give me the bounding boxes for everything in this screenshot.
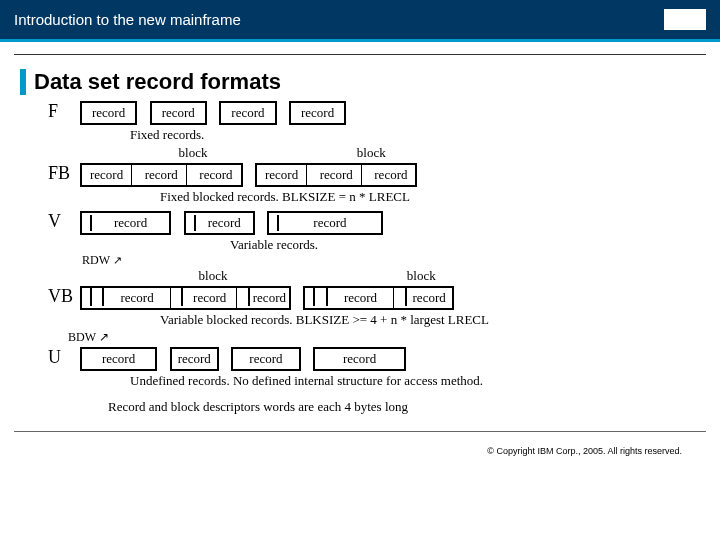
record-cell: record [82, 165, 132, 185]
vb-record: record [242, 288, 289, 308]
vb-block: record record [303, 286, 453, 310]
record-cell: record [137, 165, 187, 185]
copyright: © Copyright IBM Corp., 2005. All rights … [14, 431, 706, 456]
fb-row: FB record record record record record re… [20, 163, 700, 187]
u-row: U record record record record [20, 347, 700, 371]
rdw-label: RDW ↗ [82, 253, 700, 268]
vb-block: record record record [80, 286, 291, 310]
undefined-record: record [80, 347, 157, 371]
bdw-field [82, 288, 92, 306]
slide-title: Data set record formats [20, 69, 700, 95]
fb-diagram: record record record record record recor… [80, 163, 700, 187]
slide-content: Data set record formats F record record … [0, 55, 720, 415]
bdw-field [305, 288, 315, 306]
block-box: record record record [255, 163, 418, 187]
rdw-field [96, 288, 104, 306]
record-cell: record [191, 165, 240, 185]
caption-variable: Variable records. [230, 237, 700, 253]
record-box: record [219, 101, 276, 125]
f-diagram: record record record record [80, 101, 700, 125]
undefined-record: record [313, 347, 406, 371]
rdw-field [399, 288, 407, 306]
rdw-field [269, 215, 279, 231]
record-cell: record [257, 165, 307, 185]
descriptor-note: Record and block descriptors words are e… [108, 399, 700, 415]
vb-record: record [96, 288, 170, 308]
rdw-field [242, 288, 250, 306]
vb-diagram: record record record record record [80, 286, 700, 310]
vb-record: record [320, 288, 394, 308]
record-box: record [289, 101, 346, 125]
label-f: F [20, 101, 80, 122]
caption-fixed: Fixed records. [130, 127, 700, 143]
record-box: record [150, 101, 207, 125]
caption-undefined: Undefined records. No defined internal s… [130, 373, 700, 389]
arrow-icon: ↗ [110, 254, 122, 266]
rdw-field [82, 215, 92, 231]
vb-block-labels: block block [108, 268, 700, 284]
rdw-field [175, 288, 183, 306]
rdw-field [186, 215, 196, 231]
caption-fixed-blocked: Fixed blocked records. BLKSIZE = n * LRE… [160, 189, 700, 205]
fb-block-labels: block block [108, 145, 700, 161]
vb-record: record [175, 288, 237, 308]
label-fb: FB [20, 163, 80, 184]
ibm-logo: IBM [664, 9, 706, 30]
f-row: F record record record record [20, 101, 700, 125]
rdw-field [320, 288, 328, 306]
v-diagram: record record record [80, 211, 700, 235]
bdw-label: BDW ↗ [68, 330, 700, 345]
label-v: V [20, 211, 80, 232]
record-cell: record [312, 165, 362, 185]
variable-record: record [80, 211, 171, 235]
label-vb: VB [20, 286, 80, 307]
header-title: Introduction to the new mainframe [14, 11, 241, 28]
label-u: U [20, 347, 80, 368]
undefined-record: record [170, 347, 219, 371]
caption-variable-blocked: Variable blocked records. BLKSIZE >= 4 +… [160, 312, 700, 328]
record-cell: record [366, 165, 415, 185]
header-bar: Introduction to the new mainframe IBM [0, 0, 720, 42]
v-row: V record record record [20, 211, 700, 235]
vb-record: record [399, 288, 452, 308]
u-diagram: record record record record [80, 347, 700, 371]
vb-row: VB record record record record record [20, 286, 700, 310]
variable-record: record [184, 211, 255, 235]
record-box: record [80, 101, 137, 125]
undefined-record: record [231, 347, 300, 371]
variable-record: record [267, 211, 382, 235]
block-box: record record record [80, 163, 243, 187]
arrow-icon: ↗ [96, 330, 109, 344]
